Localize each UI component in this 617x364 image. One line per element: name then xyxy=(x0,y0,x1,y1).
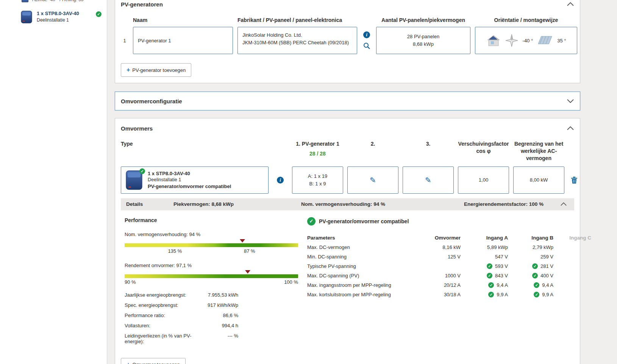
generator1-count: 28 / 28 xyxy=(292,150,343,157)
generator3-config-box[interactable] xyxy=(403,166,454,194)
inverter-icon xyxy=(21,11,32,23)
panel-inverters: Omvormers Type 1. PV-generator 1 28 / 28… xyxy=(115,118,580,364)
pv-table-header: Naam Fabrikant / PV-paneel / paneel-elek… xyxy=(121,17,574,23)
sidebar-inverter-title: 1 x STP8.0-3AV-40 xyxy=(37,11,79,16)
ac-limit-value: 8,00 kW xyxy=(530,177,548,183)
check-icon xyxy=(532,263,538,269)
main-content: PV-generatoren Naam Fabrikant / PV-panee… xyxy=(107,0,617,364)
chevron-down-icon[interactable] xyxy=(567,99,574,103)
house-pv-icon xyxy=(486,34,501,47)
scale-tick: 100 % xyxy=(284,279,298,285)
param-label: Max. DC-vermogen xyxy=(307,243,413,252)
power-ratio-label: Nom. vermogensverhouding: 94 % xyxy=(125,232,298,237)
col-generator3: 3. xyxy=(403,140,454,148)
inverter-type-text: 1 x STP8.0-3AV-40 Deelinstallatie 1 PV-g… xyxy=(148,171,231,189)
inverter-configuration-header[interactable]: Omvormerconfiguratie xyxy=(121,96,574,106)
inverter-type-title: 1 x STP8.0-3AV-40 xyxy=(148,171,231,176)
power-ratio-bar xyxy=(125,243,298,247)
scale-tick: 87 % xyxy=(244,248,255,254)
sidebar-item-inverter[interactable]: 1 x STP8.0-3AV-40 Deelinstallatie 1 xyxy=(0,10,107,26)
bar2-marker xyxy=(245,270,250,274)
col-ac-limit: Begrenzing van het werkelijke AC-vermoge… xyxy=(513,140,564,162)
efficiency-bar xyxy=(125,274,298,278)
parameters-table: Parameters Omvormer Ingang A Ingang B In… xyxy=(307,233,591,299)
pv-generator-name-input[interactable] xyxy=(133,27,233,54)
inverter-row: 1 x STP8.0-3AV-40 Deelinstallatie 1 PV-g… xyxy=(121,166,574,194)
search-icon[interactable] xyxy=(363,42,370,50)
check-icon xyxy=(487,263,492,269)
details-bar[interactable]: Details Piekvermogen: 8,68 kWp Nom. verm… xyxy=(121,198,574,210)
inverter-configuration-title: Omvormerconfiguratie xyxy=(121,98,182,104)
edit-icon[interactable] xyxy=(425,176,431,184)
details-body: Performance Nom. vermogensverhouding: 94… xyxy=(121,210,574,351)
cosphi-value: 1,00 xyxy=(479,177,488,183)
param-label: Max. DC-spanning (PV) xyxy=(307,271,413,280)
inverters-header[interactable]: Omvormers xyxy=(121,124,574,133)
generator1-config-box[interactable]: A: 1 x 19 B: 1 x 9 xyxy=(292,166,343,194)
trash-icon xyxy=(571,176,578,184)
col-generator1: 1. PV-generator 1 xyxy=(292,140,343,148)
cosphi-box[interactable]: 1,00 xyxy=(458,166,509,194)
pv-module-selector[interactable]: JinkoSolar Holding Co. Ltd. JKM-310M-60M… xyxy=(237,27,357,54)
col-cosphi: Verschuivingsfactor cos φ xyxy=(458,140,509,155)
azimuth-value: -40 ° xyxy=(523,38,533,44)
chevron-up-icon[interactable] xyxy=(567,2,574,6)
tilt-value: 35 ° xyxy=(557,38,566,44)
module-type: JKM-310M-60M (5BB) PERC Cheetah (09/2018… xyxy=(242,39,352,47)
stat-row: Jaarlijkse energieopbrengst: 7.955,53 kW… xyxy=(125,292,298,298)
check-icon xyxy=(534,292,539,297)
add-inverter-button[interactable]: + Omvormer toevoegen xyxy=(121,358,186,364)
chevron-up-icon[interactable] xyxy=(567,126,574,131)
performance-title: Performance xyxy=(125,217,298,223)
string-config-a: A: 1 x 19 xyxy=(308,173,327,180)
details-energy-factor: Energierendementsfactor: 100 % xyxy=(464,201,560,207)
generator2-config-box[interactable] xyxy=(347,166,398,194)
efficiency-label: Rendement omvormer: 97,1 % xyxy=(125,263,298,268)
details-power-ratio: Nom. vermogensverhouding: 94 % xyxy=(301,201,464,207)
check-icon xyxy=(488,292,494,297)
col-orientation: Oriëntatie / montagewijze xyxy=(475,17,577,23)
module-manufacturer: JinkoSolar Holding Co. Ltd. xyxy=(242,31,352,39)
edit-icon[interactable] xyxy=(370,176,376,184)
pv-generators-header[interactable]: PV-generatoren xyxy=(121,0,574,9)
inverter-type-box[interactable]: 1 x STP8.0-3AV-40 Deelinstallatie 1 PV-g… xyxy=(121,166,269,194)
info-icon[interactable] xyxy=(277,177,284,184)
panel-count: 28 PV-panelen xyxy=(407,33,439,40)
stat-row: Performance ratio: 86,6 % xyxy=(125,313,298,318)
string-config-b: B: 1 x 9 xyxy=(309,180,326,188)
sidebar-item-partial[interactable]: Azimut: -40 ° / Helling: 35 ° xyxy=(0,0,107,5)
ac-limit-box[interactable]: 8,00 kW xyxy=(513,166,564,194)
power-ratio-scale: 135 % 87 % xyxy=(125,248,298,254)
param-label: Min. DC-spanning xyxy=(307,252,413,261)
inverter-product-icon xyxy=(126,170,142,190)
sidebar-inverter-text: 1 x STP8.0-3AV-40 Deelinstallatie 1 xyxy=(37,11,79,23)
param-label: Max. ingangsstroom per MPP-regeling xyxy=(307,280,413,290)
check-icon xyxy=(488,282,494,288)
compatibility-status: PV-generator/omvormer compatibel xyxy=(319,218,409,224)
col-name: Naam xyxy=(133,17,233,23)
info-icon[interactable] xyxy=(363,31,370,38)
bar1-marker xyxy=(240,239,245,243)
inverters-table-header: Type 1. PV-generator 1 28 / 28 2. 3. Ver… xyxy=(121,140,574,162)
pv-generator-row: 1 JinkoSolar Holding Co. Ltd. JKM-310M-6… xyxy=(121,27,574,54)
chevron-up-icon[interactable] xyxy=(560,202,567,207)
check-icon xyxy=(534,282,539,288)
check-icon xyxy=(487,273,492,278)
peak-power: 8,68 kWp xyxy=(413,40,434,48)
sidebar: Azimut: -40 ° / Helling: 35 ° 1 x STP8.0 xyxy=(0,0,107,364)
inverter-type-status: PV-generator/omvormer compatibel xyxy=(148,184,231,189)
plus-icon: + xyxy=(127,362,130,364)
param-label: Typische PV-spanning xyxy=(307,261,413,271)
pv-generators-title: PV-generatoren xyxy=(121,1,163,8)
tilted-panel-icon xyxy=(537,36,553,45)
orientation-box[interactable]: -40 ° 35 ° xyxy=(475,27,577,54)
delete-inverter-button[interactable] xyxy=(571,176,578,184)
panel-count-box[interactable]: 28 PV-panelen 8,68 kWp xyxy=(376,27,470,54)
check-icon xyxy=(532,273,538,278)
col-generator2: 2. xyxy=(347,140,398,148)
check-icon xyxy=(307,217,316,226)
stat-row: Vollasturen: 994,4 h xyxy=(125,323,298,328)
param-label: Max. kortsluitstroom per MPP-regeling xyxy=(307,290,413,299)
sidebar-partial-label: Azimut: -40 ° / Helling: 35 ° xyxy=(32,0,87,2)
add-pv-generator-button[interactable]: + PV-generator toevoegen xyxy=(121,63,191,77)
